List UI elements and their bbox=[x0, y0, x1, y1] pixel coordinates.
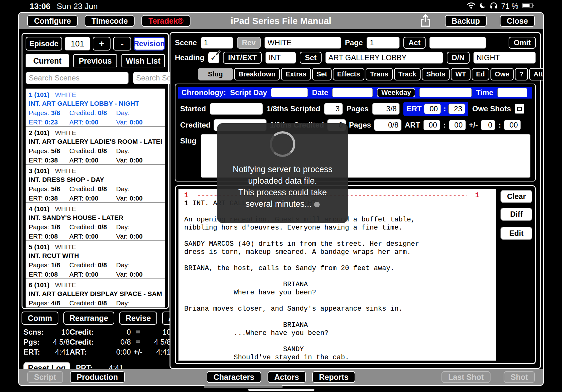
actors-nav-button[interactable]: Actors bbox=[267, 371, 306, 383]
scene-tab-set[interactable]: Set bbox=[312, 68, 332, 80]
scene-tab-owe[interactable]: Owe bbox=[491, 68, 514, 80]
act-input[interactable] bbox=[429, 37, 486, 49]
scene-marker-left: 1 bbox=[184, 191, 188, 200]
status-time: 13:06 bbox=[30, 2, 51, 11]
page-input[interactable] bbox=[367, 37, 400, 49]
shot-button[interactable]: Shot bbox=[504, 371, 535, 383]
rev-button[interactable]: Rev bbox=[237, 37, 261, 49]
scene-stats-row-2: ERT:0:08 ART:0:00 Var:0:00 bbox=[29, 233, 162, 240]
scene-list-item[interactable]: 6 (101) WHITE INT. ART GALLERY DISPLAY S… bbox=[26, 279, 165, 307]
eighths-scripted-input[interactable] bbox=[324, 103, 343, 115]
scene-tab-shots[interactable]: Shots bbox=[422, 68, 450, 80]
started-input[interactable] bbox=[210, 103, 263, 115]
backup-button[interactable]: Backup bbox=[445, 15, 487, 27]
diff-button[interactable]: Diff bbox=[500, 208, 532, 221]
weekday-input[interactable] bbox=[419, 88, 472, 97]
scene-tab-attachments[interactable]: Attachments bbox=[529, 68, 544, 80]
set-input[interactable] bbox=[325, 52, 443, 64]
scene-slugline: INT. ART GALLERY LOBBY - NIGHT bbox=[29, 100, 162, 107]
sidebar-tab-wish-list[interactable]: Wish List bbox=[121, 54, 165, 67]
close-button[interactable]: Close bbox=[500, 15, 535, 27]
last-shot-button[interactable]: Last Shot bbox=[441, 371, 491, 383]
scene-number-input[interactable] bbox=[201, 37, 233, 49]
scene-browser-panel: Episode + - Revision CurrentPreviousWish… bbox=[22, 33, 169, 309]
pencil-icon bbox=[214, 49, 221, 57]
teradek-button[interactable]: Teradek® bbox=[141, 15, 190, 27]
scene-number: 5 (101) bbox=[29, 243, 55, 251]
search-scenes-input[interactable] bbox=[26, 72, 129, 84]
ert-hours-input[interactable] bbox=[424, 104, 441, 114]
sidebar-view-tabs: CurrentPreviousWish List bbox=[26, 54, 165, 67]
scene-tab-trans[interactable]: Trans bbox=[366, 68, 393, 80]
pages-credited-input[interactable] bbox=[374, 119, 402, 131]
ert-minutes-input[interactable] bbox=[448, 104, 465, 114]
scene-tab-breakdown[interactable]: Breakdown bbox=[234, 68, 280, 80]
rearrange-button[interactable]: Rearrange bbox=[63, 312, 115, 325]
episode-number-input[interactable] bbox=[65, 37, 90, 51]
day-night-input[interactable] bbox=[473, 52, 536, 64]
production-nav-button[interactable]: Production bbox=[70, 371, 125, 383]
scene-revision-color: WHITE bbox=[55, 129, 76, 137]
scene-number: 1 (101) bbox=[29, 91, 55, 99]
scene-list-item[interactable]: 1 (101) WHITE INT. ART GALLERY LOBBY - N… bbox=[26, 89, 165, 127]
pages-credited-label: Pages bbox=[349, 121, 371, 129]
timecode-button[interactable]: Timecode bbox=[85, 15, 135, 27]
share-icon[interactable] bbox=[419, 13, 432, 28]
pages-scripted-label: Pages bbox=[347, 104, 369, 113]
page-label: Page bbox=[345, 38, 363, 47]
revision-button[interactable]: Revision bbox=[134, 37, 165, 51]
int-ext-button[interactable]: INT/EXT bbox=[223, 52, 262, 64]
script-day-input[interactable] bbox=[271, 88, 308, 97]
scene-list[interactable]: 1 (101) WHITE INT. ART GALLERY LOBBY - N… bbox=[26, 89, 165, 307]
omit-button[interactable]: Omit bbox=[509, 37, 536, 49]
characters-nav-button[interactable]: Characters bbox=[207, 371, 261, 383]
scene-slugline: INT. SANDY'S HOUSE - LATER bbox=[29, 214, 162, 221]
art-minutes-input[interactable] bbox=[449, 120, 466, 130]
status-date: Sun 23 Jun bbox=[57, 2, 98, 11]
sidebar-tab-previous[interactable]: Previous bbox=[73, 54, 117, 67]
scene-tab-tab[interactable]: ? bbox=[515, 68, 528, 80]
heading-edit-checkbox[interactable]: ✓ bbox=[208, 52, 219, 63]
scene-tab-effects[interactable]: Effects bbox=[333, 68, 364, 80]
clear-button[interactable]: Clear bbox=[500, 190, 532, 203]
revision-color-input[interactable] bbox=[264, 37, 341, 49]
pages-scripted-input[interactable] bbox=[372, 103, 400, 115]
scene-tab-ed[interactable]: Ed bbox=[472, 68, 489, 80]
scene-list-item[interactable]: 5 (101) WHITE INT. RCUT WITH Pages:1/8 C… bbox=[26, 241, 165, 279]
set-button[interactable]: Set bbox=[300, 52, 321, 64]
home-indicator[interactable] bbox=[248, 389, 314, 391]
scene-number: 6 (101) bbox=[29, 281, 55, 289]
script-nav-button[interactable]: Script bbox=[27, 371, 63, 383]
scene-tab-slug[interactable]: Slug bbox=[198, 68, 233, 80]
comm-button[interactable]: Comm bbox=[22, 312, 58, 325]
sidebar-actions: CommRearrangeReviseAdd bbox=[22, 312, 169, 325]
reports-nav-button[interactable]: Reports bbox=[312, 371, 355, 383]
episode-decrement-button[interactable]: - bbox=[113, 37, 131, 51]
chronology-bar: Chronology: Script Day Date Weekday Time bbox=[178, 87, 532, 99]
owe-shots-checkbox[interactable] bbox=[515, 104, 524, 114]
int-ext-input[interactable] bbox=[265, 52, 296, 64]
episode-button[interactable]: Episode bbox=[26, 37, 62, 51]
scene-revision-color: WHITE bbox=[55, 91, 76, 99]
act-button[interactable]: Act bbox=[403, 37, 426, 49]
art-hours-input[interactable] bbox=[423, 120, 440, 130]
scene-stats-row-2: ERT:0:23 ART:0:00 Var:0:00 bbox=[29, 119, 162, 126]
time-input[interactable] bbox=[497, 88, 527, 97]
scene-list-item[interactable]: 2 (101) WHITE INT. ART GALLERY LADIE'S R… bbox=[26, 127, 165, 165]
weekday-button[interactable]: Weekday bbox=[377, 88, 415, 97]
episode-increment-button[interactable]: + bbox=[93, 37, 111, 51]
variance-minutes-input[interactable] bbox=[504, 120, 521, 130]
scene-list-item[interactable]: 3 (101) WHITE INT. DRESS SHOP - DAY Page… bbox=[26, 165, 165, 203]
configure-button[interactable]: Configure bbox=[27, 15, 78, 27]
loading-spinner-icon bbox=[270, 131, 295, 157]
revise-button[interactable]: Revise bbox=[119, 312, 157, 325]
scene-list-item[interactable]: 4 (101) WHITE INT. SANDY'S HOUSE - LATER… bbox=[26, 203, 165, 241]
scene-tab-wt[interactable]: WT bbox=[451, 68, 470, 80]
variance-hours-input[interactable] bbox=[481, 120, 495, 130]
scene-tab-track[interactable]: Track bbox=[394, 68, 421, 80]
sidebar-tab-current[interactable]: Current bbox=[26, 54, 69, 67]
date-input[interactable] bbox=[332, 88, 373, 97]
day-night-button[interactable]: D/N bbox=[447, 52, 470, 64]
scene-tab-extras[interactable]: Extras bbox=[281, 68, 311, 80]
edit-button[interactable]: Edit bbox=[500, 227, 532, 240]
